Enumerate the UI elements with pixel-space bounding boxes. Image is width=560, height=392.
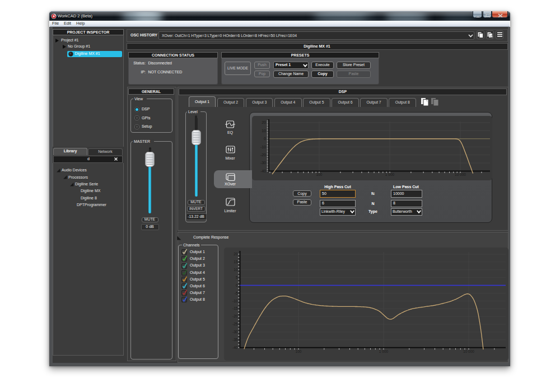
svg-text:10 000: 10 000 xyxy=(463,349,474,353)
svg-text:-40: -40 xyxy=(260,169,266,173)
svg-text:-35: -35 xyxy=(232,338,238,342)
svg-text:1 000: 1 000 xyxy=(379,349,389,353)
svg-text:0: 0 xyxy=(236,283,238,287)
svg-text:-20: -20 xyxy=(232,314,238,318)
svg-text:10 000: 10 000 xyxy=(455,172,466,176)
svg-text:15: 15 xyxy=(234,260,238,264)
svg-text:-30: -30 xyxy=(232,330,238,334)
svg-text:-5: -5 xyxy=(235,291,238,295)
svg-text:10: 10 xyxy=(262,129,266,133)
svg-text:-15: -15 xyxy=(232,306,238,310)
svg-text:0: 0 xyxy=(264,137,266,141)
svg-text:5: 5 xyxy=(236,276,238,279)
svg-text:20: 20 xyxy=(234,252,238,256)
svg-text:-40: -40 xyxy=(232,346,238,349)
svg-text:1 000: 1 000 xyxy=(385,172,395,176)
svg-text:100: 100 xyxy=(316,172,323,176)
svg-text:-10: -10 xyxy=(232,299,238,303)
svg-text:-10: -10 xyxy=(260,145,266,149)
svg-text:-20: -20 xyxy=(260,153,266,157)
svg-text:20: 20 xyxy=(262,120,266,124)
svg-text:-30: -30 xyxy=(260,161,266,165)
svg-text:10: 10 xyxy=(234,268,238,272)
svg-text:100: 100 xyxy=(296,349,302,353)
svg-text:-25: -25 xyxy=(232,322,238,326)
